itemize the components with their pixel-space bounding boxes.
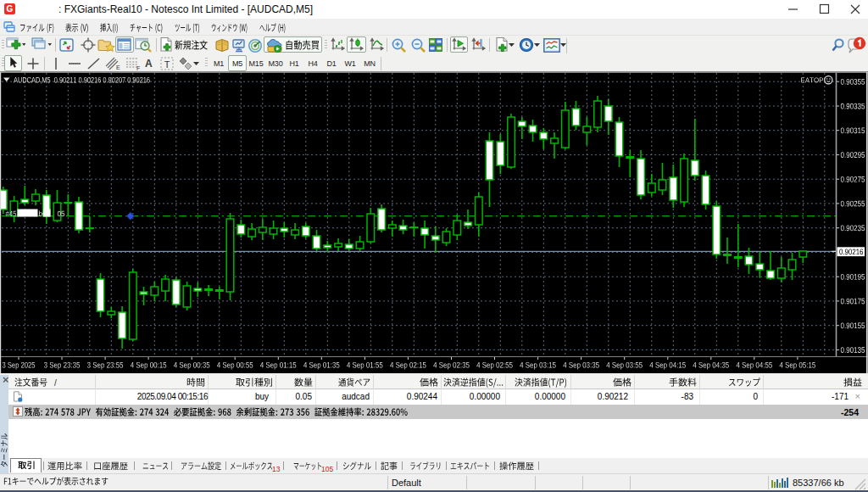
svg-text:F: F <box>136 65 140 71</box>
svg-text:T: T <box>164 59 170 70</box>
svg-text:E: E <box>116 64 120 70</box>
